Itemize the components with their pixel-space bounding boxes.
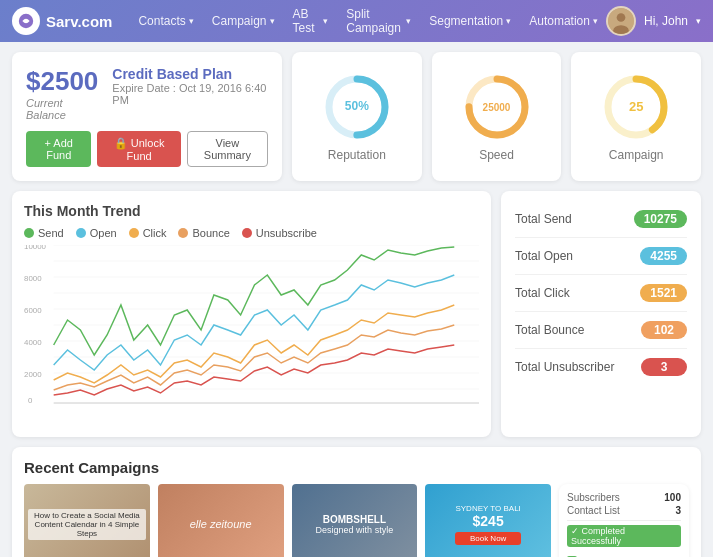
credit-label: Current Balance (26, 97, 98, 121)
chevron-down-icon: ▾ (406, 16, 411, 26)
legend-send: Send (24, 227, 64, 239)
legend-click: Click (129, 227, 167, 239)
stat-value-unsub: 3 (641, 358, 687, 376)
nav-user[interactable]: Hi, John ▾ (606, 6, 701, 36)
nav-item-campaign[interactable]: Campaign ▾ (204, 7, 283, 35)
svg-text:0: 0 (28, 396, 33, 405)
svg-point-2 (617, 13, 626, 22)
stat-label-send: Total Send (515, 212, 572, 226)
stat-value-bounce: 102 (641, 321, 687, 339)
recent-title: Recent Campaigns (24, 459, 689, 476)
plan-name: Credit Based Plan (112, 66, 268, 82)
svg-text:4000: 4000 (24, 338, 42, 347)
open-dot (76, 228, 86, 238)
brand-logo[interactable]: Sarv.com (12, 7, 112, 35)
send-dot (24, 228, 34, 238)
campaign-item-flight[interactable]: SYDNEY TO BALI $245 Book Now Flight Offe… (425, 484, 551, 557)
trend-card: This Month Trend Send Open Click Bounce (12, 191, 491, 437)
stat-label-click: Total Click (515, 286, 570, 300)
main-content: $2500 Current Balance Credit Based Plan … (0, 42, 713, 557)
subscribers-label: Subscribers (567, 492, 620, 503)
subscribers-row: Subscribers 100 (567, 492, 681, 503)
view-summary-button[interactable]: View Summary (187, 131, 268, 167)
stat-value-send: 10275 (634, 210, 687, 228)
speed-label: Speed (479, 148, 514, 162)
reputation-circle: 50% (322, 72, 392, 142)
stat-label-unsub: Total Unsubscriber (515, 360, 614, 374)
stat-label-bounce: Total Bounce (515, 323, 584, 337)
unsubscribe-dot (242, 228, 252, 238)
reputation-value: 50% (345, 100, 369, 113)
bounce-dot (178, 228, 188, 238)
stat-value-click: 1521 (640, 284, 687, 302)
credit-card: $2500 Current Balance Credit Based Plan … (12, 52, 282, 181)
nav-item-automation[interactable]: Automation ▾ (521, 7, 606, 35)
expire-date: Expire Date : Oct 19, 2016 6:40 PM (112, 82, 268, 106)
contact-list-label: Contact List (567, 505, 620, 516)
nav-item-abtest[interactable]: AB Test ▾ (285, 7, 337, 35)
credit-amount: $2500 (26, 66, 98, 97)
svg-text:10000: 10000 (24, 245, 47, 251)
contact-list-row: Contact List 3 (567, 505, 681, 516)
stat-label-open: Total Open (515, 249, 573, 263)
campaign-item-shopping[interactable]: How to Create a Social Media Content Cal… (24, 484, 150, 557)
stat-total-unsubscriber: Total Unsubscriber 3 (515, 349, 687, 385)
campaign-gauge: 25 Campaign (571, 52, 701, 181)
chevron-down-icon: ▾ (593, 16, 598, 26)
navbar: Sarv.com Contacts ▾ Campaign ▾ AB Test ▾… (0, 0, 713, 42)
campaign-stats-card: Subscribers 100 Contact List 3 ✓ Complet… (559, 484, 689, 557)
divider (567, 520, 681, 521)
stat-total-click: Total Click 1521 (515, 275, 687, 312)
chevron-down-icon: ▾ (189, 16, 194, 26)
speed-value: 25000 (483, 101, 511, 112)
recent-campaigns-card: Recent Campaigns How to Create a Social … (12, 447, 701, 557)
campaign-thumb-flight: SYDNEY TO BALI $245 Book Now (425, 484, 551, 557)
gauges-section: 50% Reputation 25000 Speed (292, 52, 701, 181)
click-dot (129, 228, 139, 238)
trend-chart: 10000 8000 6000 4000 2000 0 1 3 5 7 9 11… (24, 245, 479, 405)
campaign-item-fashion[interactable]: elle zeitoune Fashion Offer 10% (158, 484, 284, 557)
chart-legend: Send Open Click Bounce Unsubscribe (24, 227, 479, 239)
middle-row: This Month Trend Send Open Click Bounce (12, 191, 701, 437)
add-fund-button[interactable]: + Add Fund (26, 131, 91, 167)
nav-item-segmentation[interactable]: Segmentation ▾ (421, 7, 519, 35)
svg-text:8000: 8000 (24, 274, 42, 283)
campaign-item-design[interactable]: BOMBSHELL Designed with style Design wit… (292, 484, 418, 557)
campaign-thumb-shopping: How to Create a Social Media Content Cal… (24, 484, 150, 557)
svg-point-3 (613, 25, 629, 35)
svg-text:6000: 6000 (24, 306, 42, 315)
user-greeting: Hi, John (644, 14, 688, 28)
campaign-label: Campaign (609, 148, 664, 162)
legend-bounce: Bounce (178, 227, 229, 239)
stat-total-bounce: Total Bounce 102 (515, 312, 687, 349)
chevron-down-icon: ▾ (270, 16, 275, 26)
contact-list-value: 3 (675, 505, 681, 516)
mini-bar-chart (567, 551, 681, 557)
campaigns-row: How to Create a Social Media Content Cal… (24, 484, 689, 557)
chevron-down-icon: ▾ (506, 16, 511, 26)
unlock-fund-button[interactable]: 🔒 Unlock Fund (97, 131, 180, 167)
completed-badge: ✓ Completed Successfully (567, 525, 681, 547)
svg-text:2000: 2000 (24, 370, 42, 379)
chart-area: 10000 8000 6000 4000 2000 0 1 3 5 7 9 11… (24, 245, 479, 425)
credit-balance: $2500 Current Balance (26, 66, 98, 121)
reputation-label: Reputation (328, 148, 386, 162)
stat-total-send: Total Send 10275 (515, 201, 687, 238)
stat-value-open: 4255 (640, 247, 687, 265)
campaign-value: 25 (629, 99, 643, 113)
nav-links: Contacts ▾ Campaign ▾ AB Test ▾ Split Ca… (130, 7, 606, 35)
credit-plan: Credit Based Plan Expire Date : Oct 19, … (112, 66, 268, 106)
brand-name: Sarv.com (46, 13, 112, 30)
reputation-gauge: 50% Reputation (292, 52, 422, 181)
speed-gauge: 25000 Speed (432, 52, 562, 181)
nav-item-splitcampaign[interactable]: Split Campaign ▾ (338, 7, 419, 35)
stats-card: Total Send 10275 Total Open 4255 Total C… (501, 191, 701, 437)
chevron-down-icon: ▾ (323, 16, 328, 26)
speed-circle: 25000 (462, 72, 532, 142)
top-row: $2500 Current Balance Credit Based Plan … (12, 52, 701, 181)
avatar (606, 6, 636, 36)
nav-item-contacts[interactable]: Contacts ▾ (130, 7, 201, 35)
legend-unsubscribe: Unsubscribe (242, 227, 317, 239)
trend-title: This Month Trend (24, 203, 479, 219)
stat-total-open: Total Open 4255 (515, 238, 687, 275)
